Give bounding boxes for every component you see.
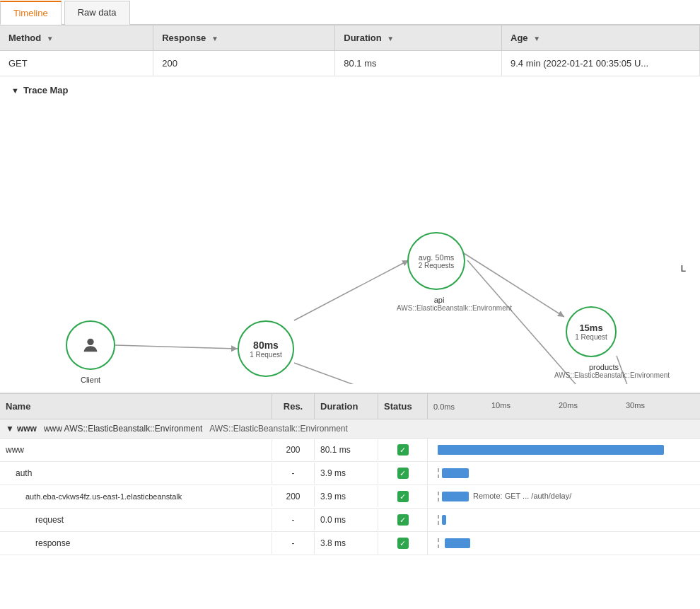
- cell-method: GET: [0, 51, 153, 76]
- segment-group-label: ▼ www www AWS::ElasticBeanstalk::Environ…: [0, 419, 700, 439]
- seg-name-www[interactable]: www: [0, 439, 272, 460]
- seg-res-www: 200: [272, 439, 315, 460]
- segment-row-auth-eba: auth.eba-cvkws4fz.us-east-1.elasticbeans…: [0, 485, 700, 509]
- seg-dur-auth-eba: 3.9 ms: [315, 486, 378, 507]
- svg-line-1: [294, 260, 409, 320]
- node-www[interactable]: 80ms 1 Request: [238, 320, 294, 377]
- sort-icon-age: ▼: [533, 35, 540, 42]
- seg-bar-request: [428, 509, 700, 530]
- status-ok-response: ✓: [397, 538, 409, 549]
- segment-table: Name Res. Duration Status 0.0ms 10ms 20m…: [0, 393, 700, 555]
- status-ok-auth: ✓: [397, 468, 409, 479]
- segment-row-auth: auth - 3.9 ms ✓: [0, 462, 700, 485]
- segment-row-response: response - 3.8 ms ✓: [0, 532, 700, 555]
- node-www-label: www AWS::ElasticBeanstalk::Environment: [227, 383, 305, 384]
- col-header-duration[interactable]: Duration ▼: [335, 25, 502, 51]
- bar-solid-response: [445, 538, 470, 548]
- seg-name-response[interactable]: response: [0, 533, 272, 554]
- seg-dur-auth: 3.9 ms: [315, 463, 378, 484]
- seg-dur-request: 0.0 ms: [315, 509, 378, 530]
- node-products[interactable]: 15ms 1 Request: [566, 306, 617, 357]
- node-client-label: Client: [66, 376, 115, 384]
- seg-status-auth-eba: ✓: [378, 485, 428, 508]
- tab-rawdata[interactable]: Raw data: [64, 1, 130, 25]
- seg-bar-response: [428, 533, 700, 554]
- top-data-table: Method ▼ Response ▼ Duration ▼ Age ▼: [0, 25, 700, 76]
- sort-icon-method: ▼: [47, 35, 54, 42]
- node-api-label: api AWS::ElasticBeanstalk::Environment: [397, 296, 482, 312]
- tab-bar: Timeline Raw data: [0, 0, 700, 25]
- seg-name-request[interactable]: request: [0, 509, 272, 530]
- table-row: GET 200 80.1 ms 9.4 min (2022-01-21 00:3…: [0, 51, 700, 76]
- seg-col-res: Res.: [272, 394, 315, 419]
- cell-response: 200: [153, 51, 335, 76]
- seg-bar-auth-eba: Remote: GET ... /auth/delay/: [428, 486, 700, 507]
- seg-bar-auth: [428, 463, 700, 484]
- seg-col-status: Status: [378, 394, 428, 419]
- col-header-method[interactable]: Method ▼: [0, 25, 153, 51]
- seg-status-www: ✓: [378, 439, 428, 461]
- seg-col-timeline: 0.0ms 10ms 20ms 30ms: [428, 394, 700, 419]
- status-ok-auth-eba: ✓: [397, 491, 409, 502]
- seg-dur-response: 3.8 ms: [315, 533, 378, 554]
- seg-col-duration: Duration: [315, 394, 378, 419]
- node-client[interactable]: [66, 320, 115, 370]
- bar-dashed-auth: [438, 468, 439, 478]
- trace-map-section: ▼ Trace Map: [0, 76, 700, 393]
- svg-line-2: [294, 363, 439, 384]
- segment-row-www: www 200 80.1 ms ✓: [0, 439, 700, 462]
- node-products-label: products AWS::ElasticBeanstalk::Environm…: [554, 363, 653, 379]
- bar-dashed-response: [438, 538, 439, 548]
- right-edge-label: L: [681, 264, 686, 274]
- seg-res-response: -: [272, 533, 315, 554]
- bar-dashed-auth-eba: [438, 492, 439, 501]
- bar-solid-auth: [442, 468, 469, 478]
- sort-icon-duration: ▼: [387, 35, 394, 42]
- bar-solid-www: [438, 445, 664, 455]
- node-api[interactable]: avg. 50ms 2 Requests: [407, 232, 465, 290]
- col-header-age[interactable]: Age ▼: [502, 25, 700, 51]
- cell-age: 9.4 min (2022-01-21 00:35:05 U...: [502, 51, 700, 76]
- seg-res-auth-eba: 200: [272, 486, 315, 507]
- status-ok-www: ✓: [397, 444, 409, 456]
- col-header-response[interactable]: Response ▼: [153, 25, 335, 51]
- seg-bar-www: [428, 439, 700, 460]
- seg-res-request: -: [272, 509, 315, 530]
- group-collapse-icon[interactable]: ▼: [6, 424, 14, 434]
- tab-timeline[interactable]: Timeline: [0, 1, 62, 25]
- bar-solid-request: [442, 515, 446, 525]
- svg-point-7: [87, 339, 93, 345]
- collapse-icon[interactable]: ▼: [11, 86, 19, 95]
- status-ok-request: ✓: [397, 514, 409, 526]
- svg-line-0: [115, 345, 238, 349]
- trace-map-canvas: Client 80ms 1 Request www AWS::ElasticBe…: [11, 101, 689, 384]
- seg-dur-www: 80.1 ms: [315, 439, 378, 460]
- seg-res-auth: -: [272, 463, 315, 484]
- seg-status-request: ✓: [378, 509, 428, 531]
- bar-dashed-request: [438, 515, 439, 525]
- sort-icon-response: ▼: [211, 35, 218, 42]
- segment-table-header: Name Res. Duration Status 0.0ms 10ms 20m…: [0, 394, 700, 419]
- seg-name-auth[interactable]: auth: [0, 463, 272, 484]
- bar-solid-auth-eba: [442, 492, 469, 501]
- bar-remote-label: Remote: GET ... /auth/delay/: [473, 492, 571, 500]
- cell-duration: 80.1 ms: [335, 51, 502, 76]
- seg-name-auth-eba[interactable]: auth.eba-cvkws4fz.us-east-1.elasticbeans…: [0, 487, 272, 506]
- seg-status-response: ✓: [378, 532, 428, 555]
- seg-status-auth: ✓: [378, 462, 428, 485]
- seg-col-name: Name: [0, 394, 272, 419]
- trace-map-title: ▼ Trace Map: [11, 85, 689, 95]
- segment-row-request: request - 0.0 ms ✓: [0, 509, 700, 532]
